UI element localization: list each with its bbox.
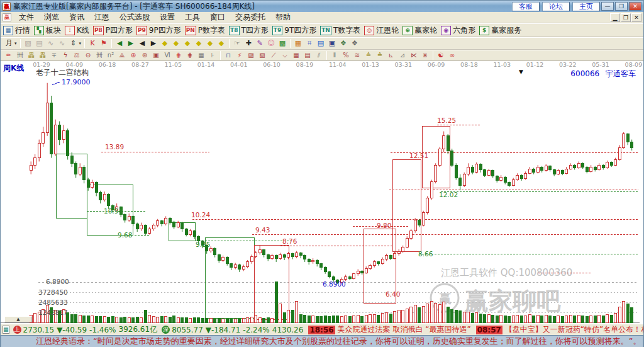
- gann-tool-icon[interactable]: ∞: [447, 51, 458, 60]
- draw-tool-icon[interactable]: ☺: [265, 38, 277, 48]
- draw-tool-icon[interactable]: ▶: [148, 38, 159, 48]
- toolbar-button-9P四方形[interactable]: P99P四方形: [136, 25, 181, 36]
- draw-tool-icon[interactable]: ✚: [243, 38, 254, 48]
- gann-tool-icon[interactable]: ⊾: [386, 51, 397, 60]
- toolbar-button-六角形[interactable]: ◉六角形: [441, 25, 475, 36]
- gann-tool-icon[interactable]: ⊿: [397, 51, 408, 60]
- draw-tool-icon[interactable]: ◆: [170, 38, 182, 48]
- toolbar-button-K线[interactable]: ⫶K线: [65, 25, 89, 36]
- draw-tool-icon[interactable]: ◀: [114, 38, 125, 48]
- draw-tool-icon[interactable]: ⌗: [304, 38, 315, 48]
- gann-tool-icon[interactable]: ∓: [48, 51, 60, 60]
- menu-item[interactable]: 浏览: [39, 11, 64, 23]
- collapse-panel-button[interactable]: ▲: [4, 316, 32, 322]
- draw-tool-icon[interactable]: ▤: [34, 38, 45, 48]
- toolbar-button-T四方形[interactable]: T8T四方形: [229, 25, 269, 36]
- gann-tool-icon[interactable]: ✏: [3, 51, 14, 60]
- dropdown-arrow-icon[interactable]: ▾: [79, 41, 82, 46]
- menu-item[interactable]: 窗口: [205, 11, 230, 23]
- gann-tool-icon[interactable]: ⊦: [207, 51, 218, 60]
- draw-tool-icon[interactable]: ◆: [159, 38, 170, 48]
- menu-item[interactable]: 江恩: [89, 11, 114, 23]
- minimize-button[interactable]: —: [601, 2, 614, 11]
- gann-tool-icon[interactable]: ⋕: [173, 51, 184, 60]
- gann-tool-icon[interactable]: ⋕: [184, 51, 196, 60]
- gann-tool-icon[interactable]: ≋: [352, 51, 363, 60]
- draw-tool-icon[interactable]: ⚑: [98, 38, 109, 48]
- menu-item[interactable]: 资讯: [64, 11, 89, 23]
- draw-tool-icon[interactable]: ▧: [23, 38, 34, 48]
- gann-tool-icon[interactable]: ▤: [302, 51, 313, 60]
- gann-tool-icon[interactable]: ⌵: [279, 51, 291, 60]
- close-button[interactable]: ✕: [629, 2, 641, 11]
- titlebar-button-主页[interactable]: 主页: [572, 2, 600, 11]
- mdi-minimize-button[interactable]: ▁: [610, 13, 620, 22]
- gann-tool-icon[interactable]: 畾: [37, 51, 48, 60]
- titlebar-button-论坛[interactable]: 论坛: [542, 2, 570, 11]
- toolbar-button-P数字表[interactable]: PNP数字表: [185, 25, 225, 36]
- kline-chart-area[interactable]: 江恩工具软件 QQ:100800360赢赢家聊吧6.89003728450248…: [1, 61, 643, 324]
- menu-item[interactable]: 工具: [180, 11, 205, 23]
- draw-tool-icon[interactable]: 月: [3, 38, 14, 48]
- menu-item[interactable]: 文件: [14, 11, 39, 23]
- draw-tool-icon[interactable]: K: [87, 38, 98, 48]
- draw-tool-icon[interactable]: ⇕: [68, 38, 79, 48]
- draw-tool-icon[interactable]: ❖: [338, 38, 349, 48]
- draw-tool-icon[interactable]: ▶: [125, 38, 136, 48]
- draw-tool-icon[interactable]: ▦: [292, 38, 304, 48]
- gann-tool-icon[interactable]: ☯: [435, 51, 447, 60]
- gann-tool-icon[interactable]: ⊛: [139, 51, 150, 60]
- gann-tool-icon[interactable]: n²: [105, 51, 116, 60]
- gann-tool-icon[interactable]: ▨: [245, 51, 257, 60]
- gann-tool-icon[interactable]: ▣: [150, 51, 162, 60]
- gann-tool-icon[interactable]: ⊖: [82, 51, 94, 60]
- gann-tool-icon[interactable]: ⟋: [268, 51, 279, 60]
- toolbar-button-P四方形[interactable]: P8P四方形: [93, 25, 133, 36]
- gann-tool-icon[interactable]: ⚡: [234, 51, 245, 60]
- draw-tool-icon[interactable]: ❖: [349, 38, 360, 48]
- gann-tool-icon[interactable]: ⟁: [116, 51, 128, 60]
- gann-tool-icon[interactable]: ▦: [196, 51, 207, 60]
- gann-tool-icon[interactable]: ▦: [291, 51, 302, 60]
- menu-item[interactable]: 公式选股: [114, 11, 155, 23]
- gann-tool-icon[interactable]: 卌: [94, 51, 105, 60]
- menu-item[interactable]: 交易委托: [230, 11, 270, 23]
- draw-tool-icon[interactable]: ◀: [136, 38, 148, 48]
- draw-tool-icon[interactable]: ∿: [57, 38, 68, 48]
- gann-tool-icon[interactable]: ϟ: [60, 51, 71, 60]
- menu-item[interactable]: 帮助: [270, 11, 296, 23]
- draw-tool-icon[interactable]: ◆: [193, 38, 204, 48]
- news-ticker-item[interactable]: 美众院通过法案 取消俄白 “最惠国待遇”: [338, 324, 471, 335]
- menu-item[interactable]: 设置: [155, 11, 180, 23]
- draw-tool-icon[interactable]: ✎: [254, 38, 265, 48]
- toolbar-button-赢家轮[interactable]: ⊕赢家轮: [402, 25, 437, 36]
- gann-tool-icon[interactable]: ≙: [374, 51, 386, 60]
- mdi-close-button[interactable]: ✕: [631, 13, 641, 22]
- dropdown-arrow-icon[interactable]: ▾: [14, 41, 17, 46]
- gann-tool-icon[interactable]: ⦀: [329, 51, 340, 60]
- draw-tool-icon[interactable]: ▣: [326, 38, 338, 48]
- candlestick-chart[interactable]: 江恩工具软件 QQ:100800360赢赢家聊吧6.89003728450248…: [1, 61, 643, 324]
- gann-tool-icon[interactable]: ⊕: [128, 51, 139, 60]
- gann-tool-icon[interactable]: ▧: [257, 51, 268, 60]
- titlebar-button-客服[interactable]: 客服: [512, 2, 540, 11]
- gann-tool-icon[interactable]: ⊓: [223, 51, 234, 60]
- draw-tool-icon[interactable]: ◆: [216, 38, 227, 48]
- gann-tool-icon[interactable]: ≜: [363, 51, 374, 60]
- toolbar-button-江恩轮[interactable]: ◎江恩轮: [364, 25, 399, 36]
- gann-tool-icon[interactable]: 卌: [14, 51, 26, 60]
- gann-tool-icon[interactable]: ⋉: [408, 51, 419, 60]
- gann-tool-icon[interactable]: ⫽: [313, 51, 325, 60]
- gann-tool-icon[interactable]: ⚖: [71, 51, 82, 60]
- gann-tool-icon[interactable]: Ⅵ: [162, 51, 173, 60]
- toolbar-button-赢家服务[interactable]: $赢家服务: [479, 25, 521, 36]
- gann-tool-icon[interactable]: %: [340, 51, 352, 60]
- draw-tool-icon[interactable]: ◆: [182, 38, 193, 48]
- restore-button[interactable]: ❐: [615, 2, 628, 11]
- gann-tool-icon[interactable]: 畾: [26, 51, 37, 60]
- draw-tool-icon[interactable]: ◆: [204, 38, 216, 48]
- mdi-restore-button[interactable]: ❐: [621, 13, 631, 22]
- draw-tool-icon[interactable]: ∿: [45, 38, 57, 48]
- draw-tool-icon[interactable]: ▩: [277, 38, 288, 48]
- toolbar-button-T数字表[interactable]: TNT数字表: [320, 25, 360, 36]
